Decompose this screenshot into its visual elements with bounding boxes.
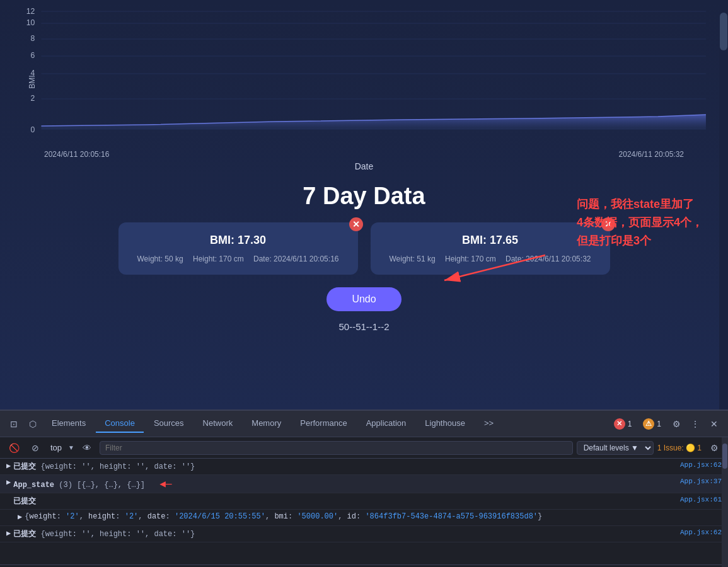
tab-console[interactable]: Console [96,415,144,433]
entry-1-text: 已提交 {weight: '', height: '', date: ''} [13,461,674,472]
console-entry-3b: ▶ {weight: '2', height: '2', date: '2024… [0,510,728,526]
devtools-scrollbar-thumb[interactable] [722,444,727,469]
chart-date-label: Date [19,161,709,171]
entry-3-text: 已提交 [13,496,674,507]
error-badge[interactable]: ✕ 1 [609,417,637,431]
console-level-select[interactable]: Default levels ▼ [577,441,654,455]
tab-more[interactable]: >> [475,415,502,433]
devtools-scrollbar[interactable] [722,437,728,567]
red-arrow-inline: ◀— [159,479,171,490]
console-eye-icon[interactable]: 👁 [78,439,96,457]
expand-icon-1[interactable]: ▶ [6,461,11,471]
bottom-counter: 50--51--1--2 [0,321,728,332]
app-area: BMI 12 10 8 6 4 2 0 [0,0,728,410]
bmi-value-2: BMI: 17.65 [390,234,591,247]
warning-badge[interactable]: ⚠ 1 [638,417,666,431]
red-arrow [432,249,558,287]
error-number: 1 [628,420,632,428]
tab-application[interactable]: Application [357,415,415,433]
height-1: Height: 170 cm [193,255,244,263]
bmi-details-1: Weight: 50 kg Height: 170 cm Date: 2024/… [137,255,339,263]
date-1: Date: 2024/6/11 20:05:16 [253,255,338,263]
expand-icon-2[interactable]: ▶ [6,478,11,487]
entry-2-text: App_state (3) [{…}, {…}, {…}] ◀— [13,478,674,490]
console-entry-3: ▶ 已提交 App.jsx:61 [0,493,728,510]
annotation-text: 问题，我往state里加了 4条数据，页面显示4个， 但是打印是3个 [577,195,703,249]
chart-x-label-right: 2024/6/11 20:05:32 [619,150,684,159]
console-filter-input[interactable] [100,441,573,455]
bmi-value-1: BMI: 17.30 [137,234,339,247]
svg-text:8: 8 [31,34,35,43]
chart-section: BMI 12 10 8 6 4 2 0 [0,0,728,176]
issue-badge: 1 Issue: 🟡 1 [657,444,702,452]
console-entries: ▶ 已提交 {weight: '', height: '', date: ''}… [0,459,728,564]
svg-text:10: 10 [26,18,35,27]
expand-icon-4[interactable]: ▶ [6,529,11,538]
bmi-chart: 12 10 8 6 4 2 0 [19,6,709,145]
tab-lighthouse[interactable]: Lighthouse [416,415,474,433]
weight-2: Weight: 51 kg [390,255,436,263]
undo-btn-container: Undo [0,287,728,311]
close-button-card-1[interactable]: ✕ [349,217,363,231]
undo-button[interactable]: Undo [326,287,401,311]
tab-memory[interactable]: Memory [243,415,290,433]
error-count: ✕ [614,418,625,430]
svg-text:0: 0 [31,125,35,134]
tab-network[interactable]: Network [194,415,242,433]
app-scrollbar-thumb[interactable] [720,13,727,50]
chart-y-axis-label: BMI [28,75,37,88]
entry-3-source[interactable]: App.jsx:61 [680,496,722,503]
entry-4-text: 已提交 {weight: '', height: '', date: ''} [13,529,674,539]
console-entry-4: ▶ 已提交 {weight: '', height: '', date: ''}… [0,526,728,542]
chart-x-labels: 2024/6/11 20:05:16 2024/6/11 20:05:32 [19,150,709,159]
console-sub-toolbar: 🚫 ⊘ top ▼ 👁 Default levels ▼ 1 Issue: 🟡 … [0,437,728,459]
console-top-label: top [50,443,62,452]
console-dropdown-arrow[interactable]: ▼ [68,444,74,451]
console-entry-2: ▶ App_state (3) [{…}, {…}, {…}] ◀— App.j… [0,475,728,493]
warning-number: 1 [657,420,661,428]
expand-icon-3b[interactable]: ▶ [18,512,22,522]
devtools-settings-icon[interactable]: ⚙ [667,415,685,433]
devtools-device-icon[interactable]: ⬡ [24,415,42,433]
weight-1: Weight: 50 kg [137,255,183,263]
svg-text:2: 2 [31,94,35,103]
console-block-icon[interactable]: ⊘ [26,439,44,457]
console-bottom-bar: > [0,564,728,567]
chart-x-label-left: 2024/6/11 20:05:16 [44,150,109,159]
svg-text:12: 12 [26,7,35,16]
devtools-toolbar: ⊡ ⬡ Elements Console Sources Network Mem… [0,411,728,437]
tab-elements[interactable]: Elements [43,415,95,433]
bmi-card-1: ✕ BMI: 17.30 Weight: 50 kg Height: 170 c… [118,222,358,275]
tab-performance[interactable]: Performance [291,415,355,433]
tab-sources[interactable]: Sources [145,415,193,433]
entry-4-source[interactable]: App.jsx:62 [680,529,722,536]
console-settings-icon[interactable]: ⚙ [705,439,723,457]
devtools-inspect-icon[interactable]: ⊡ [5,415,23,433]
devtools-more-icon[interactable]: ⋮ [686,415,704,433]
console-entry-1: ▶ 已提交 {weight: '', height: '', date: ''}… [0,459,728,475]
entry-2-source[interactable]: App.jsx:37 [680,478,722,485]
entry-3b-text: {weight: '2', height: '2', date: '2024/6… [25,512,722,521]
warning-count: ⚠ [643,418,654,430]
entry-1-source[interactable]: App.jsx:62 [680,461,722,469]
devtools-close-icon[interactable]: ✕ [705,415,723,433]
console-clear-icon[interactable]: 🚫 [5,439,23,457]
app-scrollbar[interactable] [719,0,728,410]
svg-text:6: 6 [31,51,35,60]
devtools-panel: ⊡ ⬡ Elements Console Sources Network Mem… [0,410,728,567]
